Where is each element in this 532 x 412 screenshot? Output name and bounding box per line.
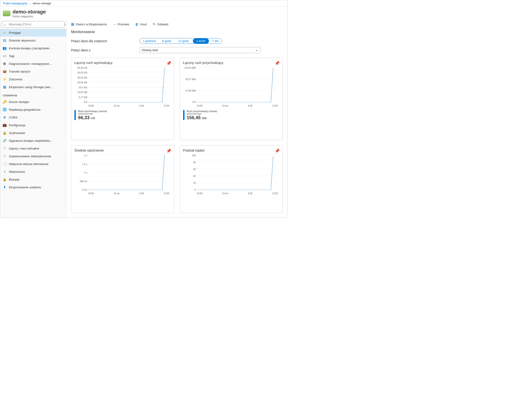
- sidebar-item-label: CORS: [9, 116, 18, 119]
- tag-icon: 🏷: [2, 54, 7, 58]
- time-range-option[interactable]: 7 dni: [209, 38, 222, 44]
- key-icon: 🔑: [2, 100, 7, 104]
- sidebar-item-label: Konfiguracja: [9, 123, 25, 127]
- page-subtitle: Konto magazynu: [13, 15, 46, 18]
- sidebar-settings-item-8[interactable]: 📄Statyczna witryna internetowa: [0, 160, 66, 168]
- sidebar-item-label: Zaawansowane zabezpieczenia: [9, 155, 51, 158]
- source-label: Pokaż dane z:: [71, 48, 135, 52]
- pin-icon[interactable]: 📌: [166, 148, 171, 153]
- refresh-button[interactable]: ↻ Odśwież: [153, 22, 169, 26]
- sidebar-item-3[interactable]: 🏷Tagi: [0, 52, 66, 60]
- nav-section-settings: Ustawienia: [0, 91, 66, 98]
- legend-resource-name: philstolstorage: [187, 112, 217, 115]
- sidebar-settings-item-2[interactable]: ⊕CORS: [0, 113, 66, 121]
- breadcrumb-root[interactable]: Pulpit nawigacyjny: [3, 2, 27, 5]
- sidebar-settings-item-6[interactable]: 🛡Zapory i sieci wirtualne: [0, 144, 66, 152]
- source-select[interactable]: Obiekty blob: [140, 47, 261, 53]
- props-icon: ⫴: [2, 169, 7, 174]
- time-range-option[interactable]: 12 godz.: [175, 38, 193, 44]
- time-range-option[interactable]: 1 godzina: [140, 38, 159, 44]
- sidebar-item-label: Sygnatura dostępu współdzielo...: [9, 139, 53, 142]
- search-input[interactable]: [2, 21, 64, 27]
- nav-list[interactable]: ▭Przegląd▤Dziennik aktywności👥Kontrola d…: [0, 29, 66, 217]
- export-icon: ⬇: [2, 185, 7, 189]
- plot-area: [197, 155, 278, 191]
- refresh-icon: ↻: [153, 22, 156, 26]
- sidebar-settings-item-11[interactable]: ⬇Eksportowanie szablonu: [0, 183, 66, 191]
- sidebar-item-7[interactable]: ▦Eksplorator usługi Storage (wer...: [0, 83, 66, 91]
- time-range-option[interactable]: 1 dzień: [193, 38, 209, 44]
- pin-icon[interactable]: 📌: [275, 61, 280, 66]
- y-axis-labels: 2 s1,5 s1 s500 ms0 ms: [75, 155, 87, 191]
- arrow-right-icon: →: [113, 22, 116, 26]
- legend-color-bar: [183, 110, 184, 120]
- chart-title: Łączny ruch wychodzący: [75, 61, 171, 65]
- x-axis-labels: 18:0019 sie6:0012:00: [88, 104, 170, 107]
- sas-icon: 🔗: [2, 139, 7, 143]
- events-icon: ⚡: [2, 77, 7, 81]
- sidebar-settings-item-0[interactable]: 🔑Klucze dostępu: [0, 98, 66, 106]
- sidebar-settings-item-3[interactable]: 💼Konfiguracja: [0, 121, 66, 129]
- sidebar-settings-item-4[interactable]: 🔒Szyfrowanie: [0, 129, 66, 137]
- sidebar-settings-item-7[interactable]: 🛡Zaawansowane zabezpieczenia: [0, 152, 66, 160]
- sidebar-item-label: Replikacja geograficzna: [9, 108, 40, 111]
- move-button[interactable]: → Przenieś: [113, 22, 129, 26]
- sidebar-item-label: Klucze dostępu: [9, 100, 29, 104]
- chart-title: Podział żądań: [183, 148, 279, 152]
- chart-title: Łączny ruch przychodzący: [183, 61, 279, 65]
- sidebar-item-label: Zapory i sieci wirtualne: [9, 147, 39, 150]
- sidebar-item-label: Tagi: [9, 54, 14, 58]
- firewall-icon: 🛡: [2, 146, 7, 150]
- plot-area: [197, 67, 278, 103]
- sidebar-item-label: Diagnozowanie i rozwiązywani ...: [9, 62, 53, 66]
- chart-card: Łączny ruch wychodzący 📌 68,36 KiB58,59 …: [71, 58, 174, 140]
- y-axis-labels: 143,05 MiB95,37 MiB47,68 MiB0 B: [183, 67, 196, 103]
- sidebar-item-label: Szyfrowanie: [9, 131, 25, 135]
- breadcrumb-current: demo-storage: [33, 2, 51, 5]
- pin-icon[interactable]: 📌: [275, 148, 280, 153]
- sidebar-item-label: Kontrola dostępu (zarządzanie...: [9, 47, 52, 50]
- sidebar-settings-item-5[interactable]: 🔗Sygnatura dostępu współdzielo...: [0, 137, 66, 144]
- open-explorer-button[interactable]: ▦ Otwórz w Eksploratorze: [71, 22, 107, 26]
- sidebar-settings-item-10[interactable]: 🔒Blokady: [0, 176, 66, 183]
- sidebar-settings-item-1[interactable]: 🌐Replikacja geograficzna: [0, 106, 66, 113]
- cors-icon: ⊕: [2, 115, 7, 119]
- config-icon: 💼: [2, 123, 7, 127]
- access-icon: 👥: [2, 46, 7, 50]
- sidebar-item-label: Statyczna witryna internetowa: [9, 162, 48, 166]
- delete-button[interactable]: 🗑 Usuń: [135, 22, 147, 26]
- x-axis-labels: 18:0019 sie6:0012:00: [88, 192, 170, 195]
- legend-value: 156,45 MiB: [187, 115, 217, 120]
- sidebar-item-label: Przegląd: [9, 31, 20, 35]
- sidebar-settings-item-9[interactable]: ⫴Właściwości: [0, 168, 66, 176]
- legend-value: 66,33 KiB: [78, 115, 107, 120]
- sidebar-item-5[interactable]: 📦Transfer danych: [0, 67, 66, 75]
- overview-icon: ▭: [2, 31, 7, 35]
- trash-icon: 🗑: [135, 22, 139, 26]
- static-icon: 📄: [2, 162, 7, 166]
- refresh-label: Odśwież: [157, 23, 169, 26]
- sidebar-item-label: Zdarzenia: [9, 78, 22, 81]
- chart-legend: Ruch przychodzący (suma) philstolstorage…: [183, 110, 279, 120]
- breadcrumb: Pulpit nawigacyjny › demo-storage: [0, 0, 287, 7]
- sidebar-item-label: Eksportowanie szablonu: [9, 186, 41, 189]
- open-label: Otwórz w Eksploratorze: [76, 23, 107, 26]
- chart-card: Łączny ruch przychodzący 📌 143,05 MiB95,…: [180, 58, 283, 140]
- sidebar-item-2[interactable]: 👥Kontrola dostępu (zarządzanie...: [0, 44, 66, 52]
- storage-account-icon: [3, 11, 10, 16]
- sidebar-item-6[interactable]: ⚡Zdarzenia: [0, 75, 66, 83]
- chart-legend: Ruch wychodzący (suma) philstolstorage 6…: [75, 110, 171, 120]
- globe-icon: 🌐: [2, 108, 7, 112]
- sidebar-item-label: Właściwości: [9, 170, 25, 173]
- sidebar-item-0[interactable]: ▭Przegląd: [0, 29, 66, 37]
- chart-title: Średnie opóźnienie: [75, 148, 171, 152]
- sidebar-item-4[interactable]: 🛠Diagnozowanie i rozwiązywani ...: [0, 60, 66, 67]
- chart-card: Średnie opóźnienie 📌 2 s1,5 s1 s500 ms0 …: [71, 145, 174, 213]
- pin-icon[interactable]: 📌: [166, 61, 171, 66]
- legend-series-name: Ruch przychodzący (suma): [187, 110, 217, 112]
- time-range-option[interactable]: 6 godz.: [159, 38, 175, 44]
- x-axis-labels: 18:0019 sie6:0012:00: [197, 192, 278, 195]
- toolbar: ▦ Otwórz w Eksploratorze → Przenieś 🗑 Us…: [66, 20, 287, 28]
- sidebar-item-1[interactable]: ▤Dziennik aktywności: [0, 37, 66, 44]
- y-axis-labels: 68,36 KiB58,59 KiB48,83 KiB39,06 KiB29,3…: [75, 67, 87, 103]
